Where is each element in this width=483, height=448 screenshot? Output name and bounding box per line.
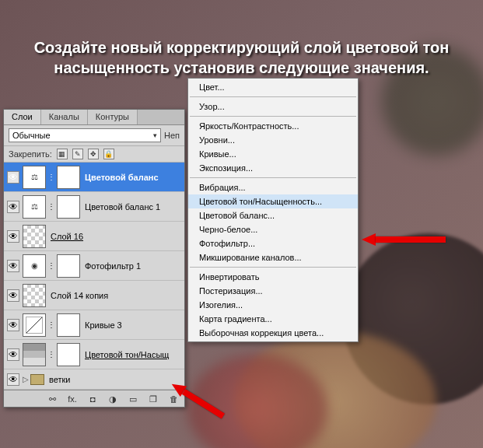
menu-item[interactable]: Микширование каналов... [188,250,358,264]
panel-top-row: Обычные Неп [4,125,184,146]
tab-layers[interactable]: Слои [4,110,41,124]
menu-item[interactable]: Кривые... [188,147,358,161]
lock-all-icon[interactable]: 🔒 [103,149,114,159]
layer-name[interactable]: Цветовой тон/Насыщ [82,350,181,359]
new-group-icon[interactable]: ▭ [127,393,139,405]
panel-bottom-toolbar: ⚯ fx. ◘ ◑ ▭ ❐ 🗑 [4,390,184,407]
menu-item[interactable]: Цветовой тон/Насыщенность... [188,194,358,208]
lock-position-icon[interactable]: ✥ [88,149,99,159]
tab-channels[interactable]: Каналы [41,110,88,124]
layer-name[interactable]: Кривые 3 [82,320,181,330]
mask-thumb[interactable] [57,254,80,278]
opacity-label: Неп [164,131,180,140]
menu-item[interactable]: Изогелия... [188,298,358,312]
adjustment-thumb[interactable]: ⚖ [23,166,46,189]
layer-name[interactable]: Фотофильтр 1 [82,261,181,271]
menu-item[interactable]: Уровни... [188,133,358,147]
visibility-icon[interactable]: 👁 [7,348,19,361]
menu-item[interactable]: Яркость/Контрастность... [188,119,358,133]
layer-thumb[interactable] [23,284,46,307]
mask-thumb[interactable] [57,343,80,366]
link-icon: ⋮ [47,350,55,359]
menu-item[interactable]: Инвертировать [188,270,358,284]
adjustment-thumb[interactable] [23,313,46,337]
link-icon: ⋮ [47,202,55,211]
menu-item[interactable]: Цвет... [188,80,358,94]
menu-separator [190,116,356,117]
menu-item[interactable]: Черно-белое... [188,222,358,236]
layer-row-layer16[interactable]: 👁 Слой 16 [4,222,184,251]
layer-row-color-balance-1[interactable]: 👁 ⚖ ⋮ Цветовой баланс 1 [4,192,184,222]
layer-thumb[interactable] [23,225,46,248]
lock-row: Закрепить: ▦ ✎ ✥ 🔒 [4,146,184,163]
visibility-icon[interactable]: 👁 [7,201,19,213]
menu-separator [190,96,356,97]
link-icon: ⋮ [47,320,55,329]
menu-item[interactable]: Постеризация... [188,284,358,298]
layers-panel: Слои Каналы Контуры Обычные Неп Закрепит… [3,109,185,408]
layer-row-curves3[interactable]: 👁 ⋮ Кривые 3 [4,310,184,340]
visibility-icon[interactable]: 👁 [7,171,19,184]
layer-row-color-balance-2[interactable]: 👁 ⚖ ⋮ Цветовой баланс [4,163,184,192]
visibility-icon[interactable]: 👁 [7,373,19,386]
annotation-arrow-menu [362,233,446,246]
menu-item[interactable]: Карта градиента... [188,312,358,326]
layer-style-icon[interactable]: fx. [66,393,79,405]
mask-thumb[interactable] [57,166,80,189]
visibility-icon[interactable]: 👁 [7,319,19,331]
link-icon: ⋮ [47,173,55,181]
folder-expand-icon[interactable]: ▷ [23,375,29,383]
adjustment-context-menu: Цвет...Узор...Яркость/Контрастность...Ур… [187,78,359,342]
adjustment-thumb[interactable]: ◉ [23,254,46,278]
layer-name[interactable]: ветки [46,375,181,384]
adjustment-layer-icon[interactable]: ◑ [107,393,119,405]
adjustment-thumb[interactable] [23,343,46,366]
layer-row-photofilter[interactable]: 👁 ◉ ⋮ Фотофильтр 1 [4,251,184,281]
layer-name[interactable]: Цветовой баланс 1 [82,202,181,212]
visibility-icon[interactable]: 👁 [7,289,19,302]
new-layer-icon[interactable]: ❐ [147,393,159,405]
lock-label: Закрепить: [9,149,52,159]
mask-thumb[interactable] [57,195,80,219]
layer-row-folder[interactable]: 👁 ▷ ветки [4,369,184,390]
lock-transparency-icon[interactable]: ▦ [57,149,68,159]
menu-item[interactable]: Фотофильтр... [188,236,358,250]
menu-separator [190,267,356,268]
layer-row-layer14copy[interactable]: 👁 Слой 14 копия [4,281,184,310]
layer-name[interactable]: Слой 16 [47,232,181,241]
layer-row-hue-sat[interactable]: 👁 ⋮ Цветовой тон/Насыщ [4,340,184,369]
tab-paths[interactable]: Контуры [88,110,138,124]
menu-separator [190,177,356,178]
menu-item[interactable]: Цветовой баланс... [188,208,358,222]
visibility-icon[interactable]: 👁 [7,260,19,272]
layer-name[interactable]: Слой 14 копия [47,291,181,300]
visibility-icon[interactable]: 👁 [7,230,19,243]
panel-tabs: Слои Каналы Контуры [4,110,184,125]
mask-thumb[interactable] [57,313,80,337]
menu-item[interactable]: Выборочная коррекция цвета... [188,326,358,340]
menu-item[interactable]: Узор... [188,100,358,114]
blend-mode-value: Обычные [12,131,51,140]
link-icon: ⋮ [47,261,55,270]
link-layers-icon[interactable]: ⚯ [46,393,58,405]
menu-item[interactable]: Вибрация... [188,180,358,194]
folder-icon[interactable] [30,374,44,385]
blend-mode-select[interactable]: Обычные [9,128,161,142]
instruction-text: Создайте новый корректирующий слой цвето… [0,37,483,78]
layers-list: 👁 ⚖ ⋮ Цветовой баланс 👁 ⚖ ⋮ Цветовой бал… [4,163,184,390]
adjustment-thumb[interactable]: ⚖ [23,195,46,219]
menu-item[interactable]: Экспозиция... [188,161,358,175]
lock-pixels-icon[interactable]: ✎ [72,149,83,159]
layer-name[interactable]: Цветовой баланс [82,173,181,182]
layer-mask-icon[interactable]: ◘ [86,393,99,405]
